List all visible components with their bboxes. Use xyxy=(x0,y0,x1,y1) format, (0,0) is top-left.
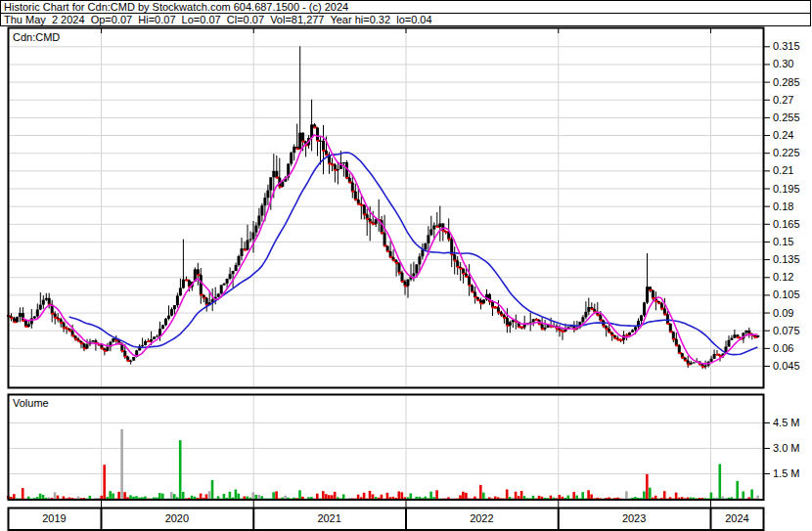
stock-chart-canvas xyxy=(0,0,812,531)
chart-header: Historic Chart for Cdn:CMD by Stockwatch… xyxy=(0,0,811,26)
header-line-2: Thu May 2 2024 Op=0.07 Hi=0.07 Lo=0.07 C… xyxy=(1,14,810,25)
header-line-1: Historic Chart for Cdn:CMD by Stockwatch… xyxy=(1,1,810,14)
volume-panel-label: Volume xyxy=(13,397,49,409)
chart-root: Historic Chart for Cdn:CMD by Stockwatch… xyxy=(0,0,812,531)
price-panel-label: Cdn:CMD xyxy=(13,31,60,43)
